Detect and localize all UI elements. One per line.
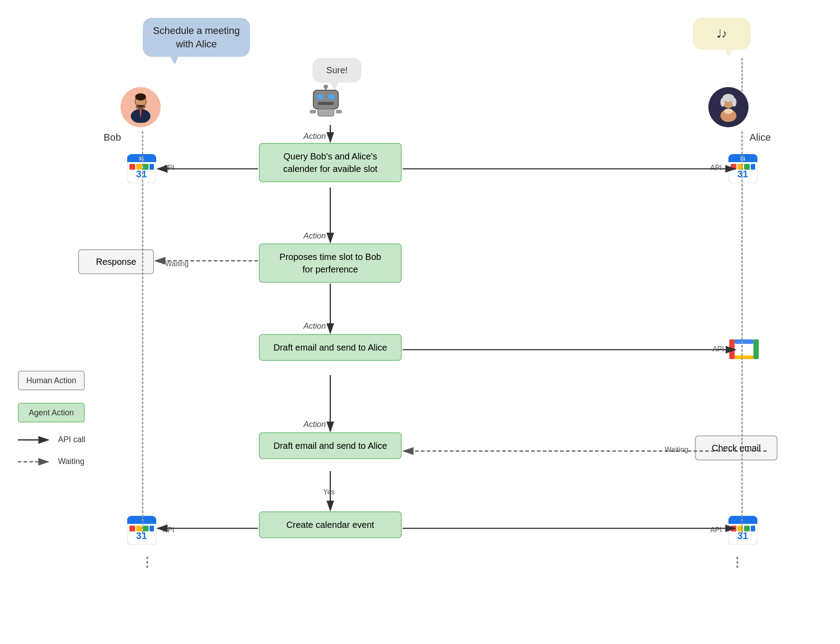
svg-rect-43 — [729, 339, 735, 359]
sure-bubble: Sure! — [312, 58, 362, 83]
svg-text:31: 31 — [136, 168, 147, 180]
gmail-icon — [728, 336, 760, 364]
svg-rect-45 — [735, 355, 753, 359]
svg-rect-30 — [150, 164, 154, 170]
svg-point-13 — [724, 109, 733, 114]
svg-rect-58 — [731, 526, 736, 531]
bob-ellipsis: ⋮ — [141, 554, 155, 569]
api-label-right-1: API — [710, 164, 722, 172]
svg-rect-36 — [731, 164, 736, 170]
box-check-email: Check email — [695, 435, 778, 460]
bob-dot-main — [142, 131, 143, 533]
api-label-bottom-right: API — [710, 526, 722, 534]
legend-agent-action: Agent Action — [18, 403, 85, 422]
svg-rect-46 — [735, 339, 753, 344]
action-label-3: Action — [304, 322, 326, 331]
svg-point-10 — [720, 98, 725, 107]
box-propose-slot: Proposes time slot to Bob for perference — [259, 243, 402, 283]
svg-rect-17 — [317, 95, 323, 99]
svg-rect-44 — [753, 339, 759, 359]
alice-dot-top — [741, 58, 743, 92]
alice-ellipsis: ⋮ — [731, 554, 745, 569]
svg-marker-6 — [139, 109, 142, 111]
legend-human-action: Human Action — [18, 371, 85, 390]
alice-label: Alice — [749, 132, 771, 143]
svg-rect-50 — [129, 526, 135, 531]
avatar-alice — [708, 87, 749, 127]
svg-rect-16 — [313, 90, 338, 109]
action-label-4: Action — [304, 420, 326, 429]
box-draft-email-1: Draft email and send to Alice — [259, 334, 402, 361]
api-label-gmail: API — [712, 345, 724, 353]
svg-text:31: 31 — [737, 168, 748, 180]
box-create-event: Create calendar event — [259, 511, 402, 538]
svg-text:31: 31 — [136, 530, 147, 541]
svg-rect-53 — [150, 526, 154, 531]
yes-label: Yes — [323, 488, 335, 496]
svg-text:31: 31 — [737, 530, 748, 541]
legend-api-call: API call — [18, 435, 85, 444]
svg-point-11 — [732, 98, 736, 107]
svg-rect-22 — [336, 110, 342, 113]
legend: Human Action Agent Action API call — [18, 371, 85, 479]
legend-waiting: Waiting — [18, 457, 85, 466]
schedule-bubble: Schedule a meeting with Alice — [143, 18, 250, 57]
svg-rect-27 — [129, 164, 135, 170]
robot-icon — [308, 85, 344, 126]
svg-rect-61 — [751, 526, 755, 531]
waiting-label-2: Waiting — [665, 446, 688, 454]
waiting-label-1: Waiting — [165, 260, 189, 268]
svg-rect-39 — [751, 164, 755, 170]
action-label-2: Action — [304, 231, 326, 241]
box-draft-email-2: Draft email and send to Alice — [259, 432, 402, 459]
svg-rect-20 — [318, 109, 334, 116]
action-label-1: Action — [304, 132, 326, 141]
svg-rect-21 — [310, 110, 316, 113]
alice-dot-main — [741, 131, 743, 533]
diagram-container: Schedule a meeting with Alice Sure! ♩♪ B… — [0, 0, 840, 644]
svg-point-4 — [135, 93, 146, 100]
api-label-bottom-left: API — [163, 526, 175, 534]
svg-rect-57 — [728, 520, 757, 524]
svg-text:31: 31 — [139, 156, 144, 161]
avatar-bob — [121, 87, 161, 127]
music-bubble: ♩♪ — [693, 18, 751, 50]
svg-text:31: 31 — [740, 156, 745, 161]
calendar-alice-bottom: 31 — [728, 516, 757, 545]
bob-label: Bob — [104, 132, 121, 143]
box-query-calendar: Query Bob's and Alice's calender for ava… — [259, 143, 402, 182]
calendar-alice: 31 31 — [728, 154, 757, 183]
svg-point-15 — [324, 85, 328, 89]
svg-rect-18 — [329, 95, 335, 99]
api-label-left-1: API — [163, 164, 175, 172]
svg-rect-19 — [318, 102, 334, 105]
